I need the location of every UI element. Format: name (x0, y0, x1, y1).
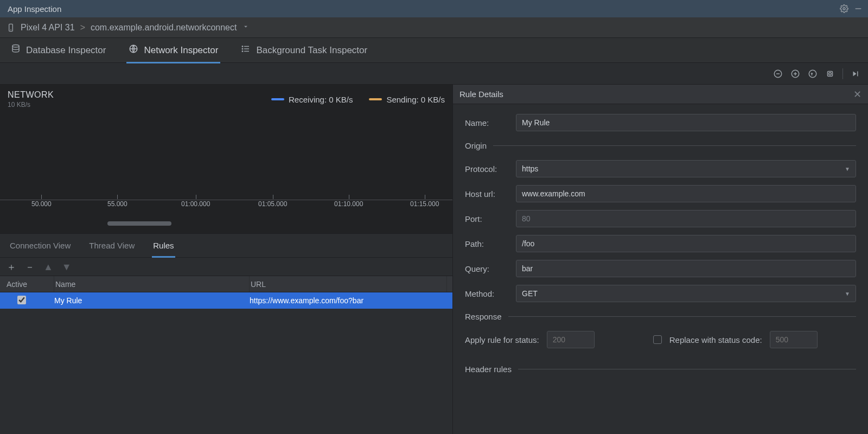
svg-point-0 (843, 8, 845, 10)
replace-status-input[interactable] (770, 331, 818, 348)
timeline[interactable]: 50.000 55.000 01:00.000 01:05.000 01:10.… (0, 200, 452, 225)
timeline-scrollbar-thumb[interactable] (107, 221, 171, 226)
host-url-label: Host url: (465, 189, 508, 199)
rule-name-input[interactable] (516, 114, 856, 131)
method-select[interactable]: GET ▼ (516, 285, 856, 302)
rule-details-title: Rule Details (459, 90, 503, 99)
replace-status-label: Replace with status code: (669, 335, 762, 344)
toolbar (0, 63, 868, 85)
chevron-down-icon: ▼ (845, 166, 850, 172)
svg-rect-18 (828, 71, 833, 76)
apply-status-label: Apply rule for status: (465, 335, 539, 344)
separator (843, 68, 843, 79)
section-origin: Origin (465, 141, 856, 150)
rule-name-cell: My Rule (54, 296, 250, 305)
reset-zoom-icon[interactable] (808, 69, 818, 79)
legend-receiving: Receiving: 0 KB/s (271, 95, 353, 104)
tick-label: 50.000 (31, 200, 52, 208)
tab-label: Network Inspector (144, 45, 218, 56)
tick-label: 01:10.000 (334, 200, 363, 208)
protocol-select[interactable]: https ▼ (516, 160, 856, 177)
svg-point-10 (242, 48, 244, 49)
tab-label: Database Inspector (26, 45, 106, 56)
subtab-thread-view[interactable]: Thread View (88, 235, 136, 256)
rules-toolbar: ＋ － ▲ ▼ (0, 258, 452, 276)
query-label: Query: (465, 264, 508, 273)
method-label: Method: (465, 289, 508, 298)
zoom-in-icon[interactable] (790, 69, 800, 79)
query-input[interactable] (516, 260, 856, 277)
tab-label: Background Task Inspector (256, 45, 367, 56)
list-icon (241, 44, 251, 56)
tick-label: 01:00.000 (181, 200, 210, 208)
svg-point-11 (242, 51, 244, 52)
legend-chip-receiving (271, 98, 284, 100)
rules-subtabs: Connection View Thread View Rules (0, 234, 452, 258)
svg-point-4 (12, 45, 19, 48)
section-header-rules: Header rules (465, 365, 856, 374)
breadcrumb-separator: > (80, 23, 85, 33)
svg-rect-20 (857, 71, 858, 76)
move-up-button[interactable]: ▲ (43, 262, 53, 272)
rule-url-cell: https://www.example.com/foo?bar (250, 296, 447, 305)
database-icon (11, 44, 21, 56)
svg-point-9 (242, 46, 244, 47)
tick-label: 01:15.000 (410, 200, 439, 208)
title-bar: App Inspection (0, 0, 868, 17)
rule-details-header: Rule Details ✕ (453, 85, 868, 104)
subtab-connection-view[interactable]: Connection View (9, 235, 72, 256)
add-rule-button[interactable]: ＋ (7, 262, 16, 272)
path-label: Path: (465, 239, 508, 248)
device-name: Pixel 4 API 31 (21, 23, 75, 33)
protocol-label: Protocol: (465, 164, 508, 174)
section-response: Response (465, 312, 856, 321)
port-label: Port: (465, 214, 508, 224)
rules-table: Active Name URL My Rule https://www.exam… (0, 276, 452, 434)
network-yscale: 10 KB/s (8, 101, 54, 108)
rule-active-checkbox[interactable] (17, 296, 26, 304)
package-name: com.example.android.networkconnect (91, 23, 237, 33)
table-row[interactable]: My Rule https://www.example.com/foo?bar (0, 292, 452, 309)
chevron-down-icon: ▼ (845, 291, 850, 297)
fit-selection-icon[interactable] (825, 69, 835, 79)
col-header-name: Name (54, 276, 250, 292)
path-input[interactable] (516, 235, 856, 252)
legend-sending: Sending: 0 KB/s (369, 95, 445, 104)
replace-status-checkbox[interactable] (653, 335, 662, 344)
apply-status-input[interactable] (547, 331, 595, 348)
tab-network-inspector[interactable]: Network Inspector (126, 40, 220, 61)
tab-background-task-inspector[interactable]: Background Task Inspector (239, 40, 369, 61)
col-header-active: Active (5, 276, 54, 292)
remove-rule-button[interactable]: － (25, 262, 35, 272)
tick-label: 01:05.000 (258, 200, 287, 208)
panel-title: App Inspection (8, 4, 61, 14)
gear-icon[interactable] (840, 4, 848, 13)
close-icon[interactable]: ✕ (853, 88, 861, 100)
chevron-down-icon[interactable] (242, 23, 250, 33)
port-input[interactable] (516, 210, 856, 227)
globe-icon (129, 44, 138, 56)
minimize-icon[interactable] (854, 4, 863, 13)
network-chart[interactable]: NETWORK 10 KB/s Receiving: 0 KB/s Sendin… (0, 85, 452, 234)
go-to-end-icon[interactable] (851, 69, 860, 79)
svg-point-19 (829, 72, 832, 75)
svg-rect-2 (9, 24, 13, 31)
tick-label: 55.000 (107, 200, 127, 208)
zoom-out-icon[interactable] (773, 69, 783, 79)
move-down-button[interactable]: ▼ (62, 262, 72, 272)
device-icon (7, 23, 15, 32)
col-header-url: URL (250, 276, 447, 292)
name-label: Name: (465, 118, 508, 127)
legend-chip-sending (369, 98, 382, 100)
network-title: NETWORK (8, 90, 54, 100)
breadcrumb[interactable]: Pixel 4 API 31 > com.example.android.net… (0, 17, 868, 38)
tab-database-inspector[interactable]: Database Inspector (9, 40, 108, 61)
subtab-rules[interactable]: Rules (152, 235, 175, 256)
host-url-input[interactable] (516, 185, 856, 202)
inspector-tabs: Database Inspector Network Inspector Bac… (0, 38, 868, 63)
table-header: Active Name URL (0, 276, 452, 292)
